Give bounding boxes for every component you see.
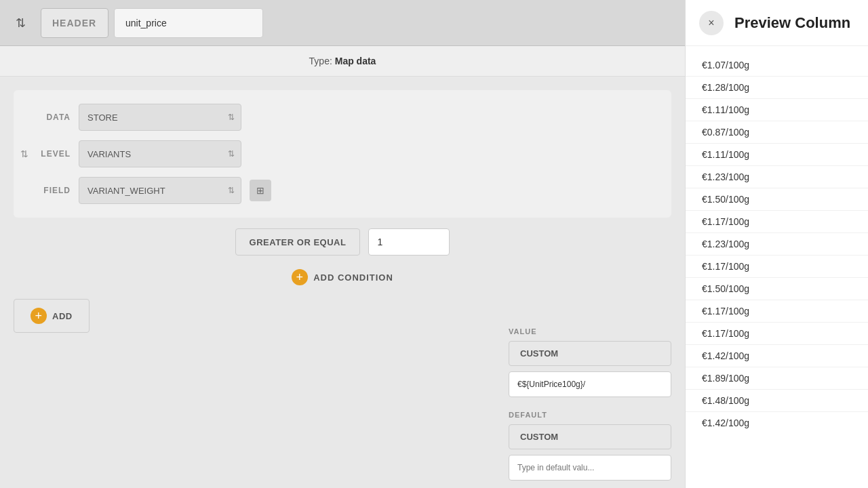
preview-value-item: €1.17/100g <box>686 300 868 323</box>
preview-panel: × Preview Column €1.07/100g€1.28/100g€1.… <box>685 0 868 488</box>
preview-value-item: €1.42/100g <box>686 412 868 434</box>
formula-input[interactable] <box>509 371 671 397</box>
add-button-label: ADD <box>52 311 73 321</box>
preview-value-item: €1.42/100g <box>686 345 868 367</box>
greater-equal-button[interactable]: GREATER OR EQUAL <box>235 228 361 256</box>
data-label: DATA <box>30 113 71 122</box>
preview-header: × Preview Column <box>686 0 868 46</box>
close-button[interactable]: × <box>699 11 724 35</box>
default-value-input[interactable] <box>509 455 671 481</box>
preview-value-item: €1.50/100g <box>686 188 868 211</box>
preview-value-item: €1.07/100g <box>686 54 868 77</box>
preview-title: Preview Column <box>734 14 850 32</box>
data-select[interactable]: STORE <box>79 104 241 131</box>
add-button-plus-icon: + <box>31 308 47 324</box>
field-row: FIELD VARIANT_WEIGHT ⊞ <box>30 177 655 204</box>
type-value: Map data <box>335 56 376 66</box>
preview-value-item: €1.28/100g <box>686 77 868 99</box>
preview-value-item: €1.48/100g <box>686 390 868 412</box>
level-select[interactable]: VARIANTS <box>79 140 241 167</box>
preview-value-item: €0.87/100g <box>686 121 868 144</box>
header-value-input[interactable] <box>114 8 263 38</box>
level-label: LEVEL <box>30 149 71 159</box>
field-label: FIELD <box>30 186 71 195</box>
data-select-wrapper: STORE <box>79 104 241 131</box>
type-bar: Type: Map data <box>0 46 685 77</box>
value-section: VALUE CUSTOM DEFAULT CUSTOM <box>509 327 671 481</box>
preview-value-item: €1.17/100g <box>686 323 868 345</box>
calc-icon[interactable]: ⊞ <box>250 180 271 201</box>
content-area: ⇅ DATA STORE LEVEL VARIANTS FIELD <box>0 77 685 488</box>
sort-icon: ⇅ <box>0 16 41 30</box>
preview-value-item: €1.23/100g <box>686 233 868 256</box>
preview-value-item: €1.17/100g <box>686 211 868 233</box>
preview-value-item: €1.11/100g <box>686 99 868 121</box>
card-sort-icon: ⇅ <box>20 148 28 159</box>
add-button[interactable]: + ADD <box>14 299 90 333</box>
add-condition-label: ADD CONDITION <box>313 272 393 283</box>
header-label: HEADER <box>41 8 108 38</box>
preview-value-item: €1.11/100g <box>686 144 868 166</box>
field-select[interactable]: VARIANT_WEIGHT <box>79 177 241 204</box>
add-condition-plus-icon: + <box>292 269 308 285</box>
type-prefix: Type: <box>309 56 332 66</box>
mapping-card: ⇅ DATA STORE LEVEL VARIANTS FIELD <box>14 90 671 218</box>
preview-value-item: €1.23/100g <box>686 166 868 188</box>
default-custom-button[interactable]: CUSTOM <box>509 424 671 449</box>
default-section-label: DEFAULT <box>509 411 671 419</box>
default-section: DEFAULT CUSTOM <box>509 411 671 481</box>
preview-values-list: €1.07/100g€1.28/100g€1.11/100g€0.87/100g… <box>686 46 868 488</box>
add-condition-row: + ADD CONDITION <box>14 269 671 285</box>
field-select-wrapper: VARIANT_WEIGHT <box>79 177 241 204</box>
preview-value-item: €1.50/100g <box>686 278 868 300</box>
value-section-label: VALUE <box>509 327 671 336</box>
main-area: ⇅ HEADER Type: Map data ⇅ DATA STORE LEV… <box>0 0 685 488</box>
condition-row: GREATER OR EQUAL <box>14 228 671 256</box>
value-custom-button[interactable]: CUSTOM <box>509 341 671 366</box>
preview-value-item: €1.89/100g <box>686 367 868 390</box>
data-row: DATA STORE <box>30 104 655 131</box>
level-select-wrapper: VARIANTS <box>79 140 241 167</box>
header-bar: ⇅ HEADER <box>0 0 685 46</box>
preview-value-item: €1.17/100g <box>686 256 868 278</box>
condition-value-input[interactable] <box>368 228 450 256</box>
add-condition-button[interactable]: + ADD CONDITION <box>292 269 393 285</box>
level-row: LEVEL VARIANTS <box>30 140 655 167</box>
